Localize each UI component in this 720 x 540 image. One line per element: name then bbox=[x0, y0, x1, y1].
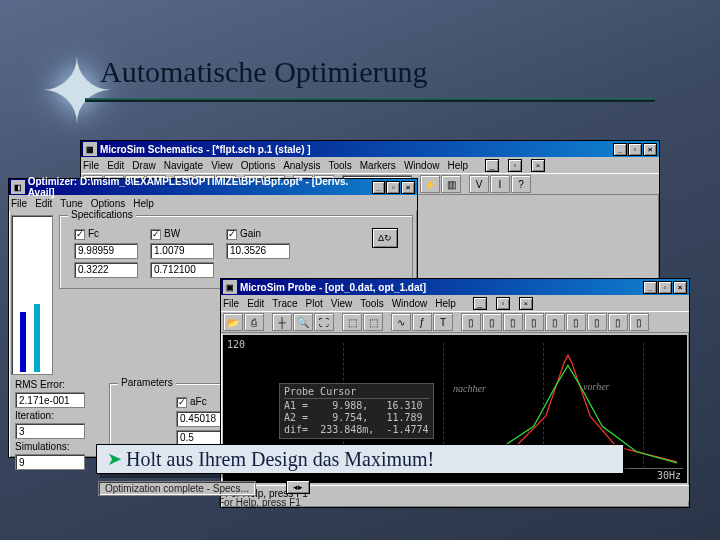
progress-bar-area bbox=[11, 215, 53, 375]
probe-help-hint: For Help, press F1 bbox=[218, 497, 301, 508]
probe-title-text: MicroSim Probe - [opt_0.dat, opt_1.dat] bbox=[240, 282, 426, 293]
spec-bw-value1[interactable]: 1.0079 bbox=[150, 243, 214, 259]
tool-log-y[interactable]: ⬚ bbox=[363, 313, 383, 331]
tool-print[interactable]: ⎙ bbox=[244, 313, 264, 331]
menu-analysis[interactable]: Analysis bbox=[283, 160, 320, 171]
scroll-thumb-icon[interactable]: ◂▸ bbox=[286, 480, 310, 494]
spec-fc-value1[interactable]: 9.98959 bbox=[74, 243, 138, 259]
tool-zoom[interactable]: 🔍 bbox=[293, 313, 313, 331]
param-afc-checkbox[interactable]: ✓ bbox=[176, 397, 187, 408]
schematics-title-text: MicroSim Schematics - [*flpt.sch p.1 (st… bbox=[100, 144, 311, 155]
spec-fc: ✓Fc 9.98959 0.3222 bbox=[74, 228, 144, 278]
minimize-button[interactable]: _ bbox=[613, 143, 627, 156]
close-button[interactable]: × bbox=[401, 181, 415, 194]
menu-draw[interactable]: Draw bbox=[132, 160, 155, 171]
slogan-banner: ➤ Holt aus Ihrem Design das Maximum! bbox=[96, 444, 624, 474]
close-button[interactable]: × bbox=[673, 281, 687, 294]
tool-mark-b[interactable]: ▯ bbox=[482, 313, 502, 331]
spec-side-button[interactable]: Δ↻ bbox=[372, 228, 398, 248]
menu-tools[interactable]: Tools bbox=[360, 298, 383, 309]
child-close-button[interactable]: × bbox=[519, 297, 533, 310]
tool-add-trace[interactable]: ∿ bbox=[391, 313, 411, 331]
simulations-label: Simulations: bbox=[15, 441, 99, 452]
schematics-menubar: File Edit Draw Navigate View Options Ana… bbox=[81, 157, 659, 173]
menu-window[interactable]: Window bbox=[404, 160, 440, 171]
probe-toolbar: 📂 ⎙ ┼ 🔍 ⛶ ⬚ ⬚ ∿ ƒ T ▯ ▯ ▯ ▯ ▯ ▯ ▯ ▯ ▯ bbox=[221, 311, 689, 333]
menu-plot[interactable]: Plot bbox=[306, 298, 323, 309]
tool-mark-h[interactable]: ▯ bbox=[608, 313, 628, 331]
probe-cursor-box[interactable]: Probe CursorA1 = 9.988, 16.310 A2 = 9.75… bbox=[279, 383, 434, 439]
spec-bw-value2[interactable]: 0.712100 bbox=[150, 262, 214, 278]
optimizer-titlebar[interactable]: ◧ Optimizer: D:\msim_8\EXAMPLES\OPTIMIZE… bbox=[9, 179, 417, 195]
menu-file[interactable]: File bbox=[11, 198, 27, 209]
spec-bw-checkbox[interactable]: ✓ bbox=[150, 229, 161, 240]
tool-mark-i[interactable]: ▯ bbox=[629, 313, 649, 331]
menu-navigate[interactable]: Navigate bbox=[164, 160, 203, 171]
tool-log-x[interactable]: ⬚ bbox=[342, 313, 362, 331]
progress-bar-1 bbox=[20, 312, 26, 372]
menu-help[interactable]: Help bbox=[447, 160, 468, 171]
optimizer-app-icon: ◧ bbox=[11, 180, 25, 194]
tool-mark-d[interactable]: ▯ bbox=[524, 313, 544, 331]
tool-mark-c[interactable]: ▯ bbox=[503, 313, 523, 331]
menu-view[interactable]: View bbox=[211, 160, 233, 171]
tool-eval[interactable]: ƒ bbox=[412, 313, 432, 331]
maximize-button[interactable]: ▫ bbox=[658, 281, 672, 294]
menu-view[interactable]: View bbox=[331, 298, 353, 309]
tool-a[interactable]: ⚡ bbox=[420, 175, 440, 193]
child-minimize-button[interactable]: _ bbox=[485, 159, 499, 172]
x-tick-right: 30Hz bbox=[657, 470, 681, 481]
menu-trace[interactable]: Trace bbox=[272, 298, 297, 309]
cursor-a2: A2 = 9.754, 11.789 bbox=[284, 412, 423, 423]
menu-tune[interactable]: Tune bbox=[60, 198, 82, 209]
maximize-button[interactable]: ▫ bbox=[628, 143, 642, 156]
spec-fc-value2[interactable]: 0.3222 bbox=[74, 262, 138, 278]
child-restore-button[interactable]: ▫ bbox=[508, 159, 522, 172]
tool-b[interactable]: ▥ bbox=[441, 175, 461, 193]
tool-zoom-fit[interactable]: ⛶ bbox=[314, 313, 334, 331]
annotation-after: nachher bbox=[453, 383, 486, 394]
tool-i[interactable]: I bbox=[490, 175, 510, 193]
tool-label[interactable]: T bbox=[433, 313, 453, 331]
menu-window[interactable]: Window bbox=[392, 298, 428, 309]
minimize-button[interactable]: _ bbox=[372, 181, 386, 194]
tool-open[interactable]: 📂 bbox=[223, 313, 243, 331]
menu-file[interactable]: File bbox=[83, 160, 99, 171]
child-restore-button[interactable]: ▫ bbox=[496, 297, 510, 310]
menu-markers[interactable]: Markers bbox=[360, 160, 396, 171]
menu-file[interactable]: File bbox=[223, 298, 239, 309]
cursor-a1: A1 = 9.988, 16.310 bbox=[284, 400, 423, 411]
iteration-label: Iteration: bbox=[15, 410, 99, 421]
menu-tools[interactable]: Tools bbox=[328, 160, 351, 171]
maximize-button[interactable]: ▫ bbox=[386, 181, 400, 194]
menu-help[interactable]: Help bbox=[133, 198, 154, 209]
tool-mark-a[interactable]: ▯ bbox=[461, 313, 481, 331]
spec-gain-checkbox[interactable]: ✓ bbox=[226, 229, 237, 240]
tool-q[interactable]: ? bbox=[511, 175, 531, 193]
arrow-icon: ➤ bbox=[107, 448, 122, 470]
spec-gain-value1[interactable]: 10.3526 bbox=[226, 243, 290, 259]
child-close-button[interactable]: × bbox=[531, 159, 545, 172]
minimize-button[interactable]: _ bbox=[643, 281, 657, 294]
probe-titlebar[interactable]: ▣ MicroSim Probe - [opt_0.dat, opt_1.dat… bbox=[221, 279, 689, 295]
menu-edit[interactable]: Edit bbox=[247, 298, 264, 309]
menu-options[interactable]: Options bbox=[241, 160, 275, 171]
parameters-label: Parameters bbox=[118, 377, 176, 388]
menu-options[interactable]: Options bbox=[91, 198, 125, 209]
spec-gain-label: Gain bbox=[240, 228, 261, 239]
specifications-label: Specifications bbox=[68, 209, 136, 220]
spec-fc-label: Fc bbox=[88, 228, 99, 239]
menu-edit[interactable]: Edit bbox=[107, 160, 124, 171]
tool-cursor[interactable]: ┼ bbox=[272, 313, 292, 331]
menu-help[interactable]: Help bbox=[435, 298, 456, 309]
close-button[interactable]: × bbox=[643, 143, 657, 156]
tool-mark-e[interactable]: ▯ bbox=[545, 313, 565, 331]
tool-mark-f[interactable]: ▯ bbox=[566, 313, 586, 331]
tool-mark-g[interactable]: ▯ bbox=[587, 313, 607, 331]
tool-v[interactable]: V bbox=[469, 175, 489, 193]
child-minimize-button[interactable]: _ bbox=[473, 297, 487, 310]
menu-edit[interactable]: Edit bbox=[35, 198, 52, 209]
param-afc-label: aFc bbox=[190, 396, 207, 407]
schematics-titlebar[interactable]: ▦ MicroSim Schematics - [*flpt.sch p.1 (… bbox=[81, 141, 659, 157]
spec-fc-checkbox[interactable]: ✓ bbox=[74, 229, 85, 240]
